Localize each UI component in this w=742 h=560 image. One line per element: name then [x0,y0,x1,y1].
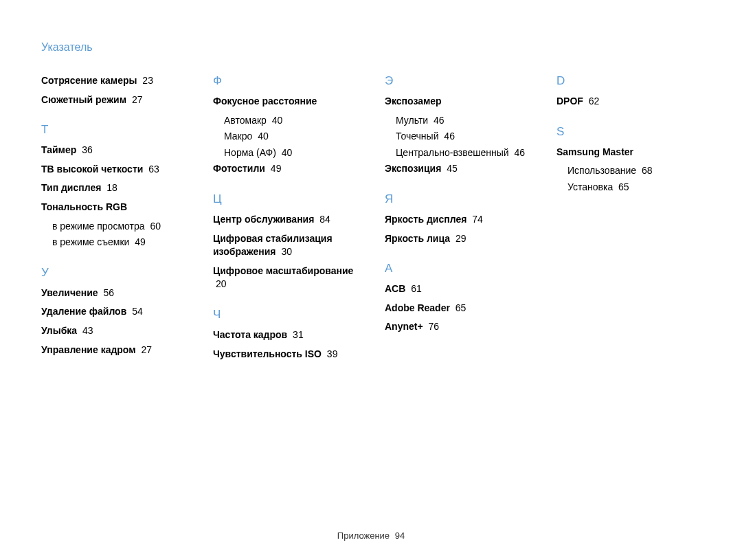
subentry-page: 46 [434,115,445,126]
entry-page: 65 [456,302,466,313]
subentry-label: в режиме съемки [52,236,129,247]
entry-page: 18 [106,182,117,193]
entry-page: 61 [411,283,422,294]
index-entry[interactable]: Экспозиция 45 [385,162,529,176]
entry-page: 43 [82,325,93,336]
index-entry[interactable]: Управление кадром 27 [41,344,186,357]
index-entry[interactable]: Adobe Reader 65 [385,302,529,315]
index-entry[interactable]: Сотрясение камеры 23 [41,74,186,88]
index-entry[interactable]: Улыбка 43 [41,324,186,338]
entry-label: Чувствительность ISO [213,348,322,359]
entry-label: Удаление файлов [41,306,126,317]
entry-label: Яркость дисплея [385,214,466,225]
index-subentry[interactable]: Установка 65 [556,181,701,194]
index-entry[interactable]: Цифровая стабилизация изображения 30 [213,232,357,259]
index-entry[interactable]: Частота кадров 31 [213,328,357,342]
index-subentry[interactable]: Точечный 46 [385,130,529,144]
section-letter-ch: Ч [213,308,357,322]
subentry-page: 40 [258,131,269,142]
subentry-label: Автомакр [224,115,267,126]
index-subentry[interactable]: Центрально-взвешенный 46 [385,146,529,160]
entry-page: 39 [327,348,338,359]
subentry-label: Установка [567,181,613,192]
entry-page: 31 [293,329,304,340]
entry-label: Цифровое масштабирование [213,265,353,276]
entry-label: Adobe Reader [385,302,450,313]
subentry-label: Макро [224,131,252,142]
entry-label: Фотостили [213,163,265,174]
entry-page: 23 [142,75,153,86]
subentry-page: 68 [642,165,653,176]
entry-page: 62 [589,96,600,107]
entry-label: Таймер [41,144,76,155]
index-col-2: Ф Фокусное расстояние Автомакр 40 Макро … [213,74,357,366]
index-entry[interactable]: Центр обслуживания 84 [213,213,357,227]
index-entry[interactable]: ТВ высокой четкости 63 [41,163,186,177]
index-subentry[interactable]: Мульти 46 [385,114,529,128]
subentry-page: 65 [618,181,629,192]
entry-label: Экспозамер [385,96,442,107]
page-footer: Приложение 94 [0,530,742,541]
index-subentry[interactable]: Макро 40 [213,130,357,144]
subentry-label: Мульти [396,115,428,126]
entry-label: Улыбка [41,325,77,336]
entry-page: 27 [141,344,152,355]
subentry-label: Использование [567,165,636,176]
entry-label: Сюжетный режим [41,94,126,105]
index-entry[interactable]: Удаление файлов 54 [41,305,186,319]
index-entry[interactable]: Anynet+ 76 [385,320,529,334]
index-entry[interactable]: Фотостили 49 [213,162,357,176]
footer-page-number: 94 [395,530,405,541]
subentry-page: 49 [135,236,146,247]
index-col-3: Э Экспозамер Мульти 46 Точечный 46 Центр… [385,74,529,366]
subentry-page: 46 [444,131,455,142]
entry-label: Сотрясение камеры [41,75,137,86]
index-entry[interactable]: Яркость лица 29 [385,232,529,246]
index-subentry[interactable]: Норма (АФ) 40 [213,146,357,160]
page-title: Указатель [41,41,701,54]
entry-page: 56 [104,287,115,298]
index-entry: Фокусное расстояние [213,95,357,109]
index-entry: Samsung Master [556,146,701,159]
index-entry[interactable]: Цифровое масштабирование 20 [213,265,357,291]
index-entry[interactable]: Таймер 36 [41,144,186,157]
index-entry[interactable]: Чувствительность ISO 39 [213,348,357,361]
subentry-label: Норма (АФ) [224,147,276,158]
index-subentry[interactable]: Использование 68 [556,164,701,178]
index-entry: Экспозамер [385,95,529,109]
section-letter-e: Э [385,74,529,88]
index-entry[interactable]: Яркость дисплея 74 [385,213,529,227]
entry-label: ACB [385,283,405,294]
entry-label: Тональность RGB [41,201,127,212]
entry-label: Яркость лица [385,233,450,244]
entry-label: ТВ высокой четкости [41,164,143,175]
subentry-page: 60 [150,221,161,232]
entry-label: Samsung Master [556,146,633,157]
entry-page: 36 [82,144,93,155]
index-entry[interactable]: DPOF 62 [556,95,701,109]
entry-page: 76 [429,321,440,332]
entry-page: 54 [132,306,143,317]
entry-page: 20 [216,278,227,289]
entry-page: 27 [132,94,143,105]
section-letter-d: D [556,74,701,88]
index-col-4: D DPOF 62 S Samsung Master Использование… [556,74,701,366]
index-subentry[interactable]: Автомакр 40 [213,114,357,128]
entry-page: 29 [456,233,466,244]
entry-page: 49 [271,163,282,174]
section-letter-f: Ф [213,74,357,88]
section-letter-u: У [41,266,186,280]
section-letter-t: Т [41,123,186,137]
index-entry[interactable]: Сюжетный режим 27 [41,93,186,107]
index-entry[interactable]: ACB 61 [385,282,529,296]
index-entry[interactable]: Тип дисплея 18 [41,181,186,195]
index-entry[interactable]: Увеличение 56 [41,287,186,300]
entry-label: Тип дисплея [41,182,101,193]
subentry-page: 46 [515,147,526,158]
index-subentry[interactable]: в режиме съемки 49 [41,236,186,249]
entry-label: Увеличение [41,287,98,298]
index-subentry[interactable]: в режиме просмотра 60 [41,220,186,234]
subentry-page: 40 [282,147,293,158]
entry-label: Anynet+ [385,321,423,332]
entry-page: 45 [447,163,458,174]
